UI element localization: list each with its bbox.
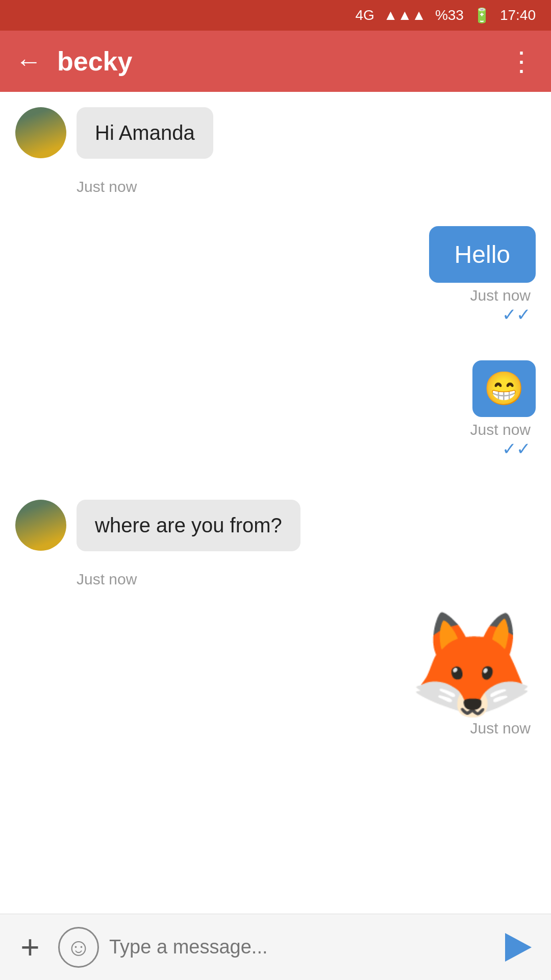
input-bar: + ☺ — [0, 914, 551, 980]
status-bar: 4G ▲▲▲ %33 🔋 17:40 — [0, 0, 551, 31]
chat-area: Hi Amanda Just now Hello Just now ✓✓ 😁 J… — [0, 92, 551, 914]
message-bubble-incoming-1: Hi Amanda — [77, 107, 213, 159]
message-time-2: Just now ✓✓ — [470, 287, 536, 325]
message-row-5: 🦊 Just now — [15, 614, 536, 737]
chat-title: becky — [57, 46, 508, 77]
message-row-2: Hello Just now ✓✓ — [15, 226, 536, 325]
message-input[interactable] — [109, 936, 488, 958]
message-row-4: where are you from? — [15, 500, 536, 551]
fox-sticker: 🦊 — [408, 614, 536, 716]
message-bubble-emoji-3: 😁 — [472, 360, 536, 417]
emoji-picker-button[interactable]: ☺ — [58, 927, 99, 968]
signal-icon: ▲▲▲ — [384, 7, 426, 23]
emoji-face-icon: ☺ — [66, 933, 91, 961]
message-bubble-outgoing-2: Hello — [429, 226, 536, 283]
send-button[interactable] — [498, 927, 539, 968]
message-text-1: Hi Amanda — [95, 121, 195, 144]
message-text-4: where are you from? — [95, 514, 282, 536]
back-button[interactable]: ← — [15, 46, 42, 77]
more-options-button[interactable]: ⋮ — [508, 46, 536, 77]
message-bubble-incoming-4: where are you from? — [77, 500, 300, 551]
app-bar: ← becky ⋮ — [0, 31, 551, 92]
contact-avatar-4 — [15, 500, 66, 551]
message-time-5: Just now — [470, 720, 536, 737]
read-check-2: ✓✓ — [502, 305, 531, 324]
message-row-3: 😁 Just now ✓✓ — [15, 360, 536, 459]
message-row-1: Hi Amanda — [15, 107, 536, 159]
message-time-3: Just now ✓✓ — [470, 421, 536, 459]
battery-icon: 🔋 — [473, 7, 491, 24]
message-time-4: Just now — [77, 571, 536, 588]
message-time-1: Just now — [77, 178, 536, 195]
message-text-2: Hello — [455, 241, 510, 268]
add-attachment-button[interactable]: + — [12, 928, 48, 966]
read-check-3: ✓✓ — [502, 439, 531, 458]
send-arrow-icon — [505, 933, 532, 962]
network-indicator: 4G — [355, 7, 374, 23]
contact-avatar-1 — [15, 107, 66, 158]
battery-indicator: %33 — [435, 7, 464, 23]
message-text-3: 😁 — [484, 370, 524, 407]
status-bar-content: 4G ▲▲▲ %33 🔋 17:40 — [355, 7, 536, 24]
time-display: 17:40 — [500, 7, 536, 23]
